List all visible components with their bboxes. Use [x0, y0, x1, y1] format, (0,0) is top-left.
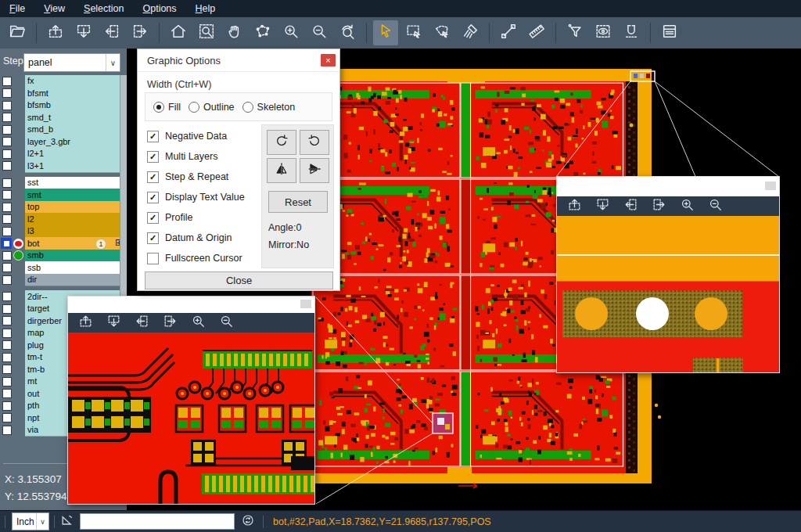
- layer-row[interactable]: l2+1: [0, 148, 127, 160]
- checkbox-row[interactable]: Fullscreen Cursor: [147, 248, 245, 268]
- layer-checkbox[interactable]: [2, 263, 12, 272]
- move-left-button[interactable]: [99, 20, 124, 45]
- layer-name[interactable]: l3+1: [25, 160, 127, 173]
- layer-checkbox[interactable]: [2, 329, 12, 338]
- radio-fill[interactable]: Fill: [153, 102, 181, 113]
- checkbox-checked[interactable]: ✓: [147, 171, 159, 183]
- checkbox-row[interactable]: ✓Multi Layers: [147, 146, 245, 167]
- popup-title-bar[interactable]: [68, 297, 314, 313]
- layer-checkbox[interactable]: [2, 77, 12, 86]
- layer-checkbox[interactable]: [2, 365, 12, 374]
- radio-skeleton[interactable]: Skeleton: [242, 102, 296, 113]
- layer-name[interactable]: l2: [25, 213, 127, 226]
- filter-button[interactable]: [562, 20, 587, 45]
- pan-button[interactable]: [222, 20, 247, 45]
- layer-checkbox[interactable]: [2, 304, 12, 314]
- chevron-down-icon[interactable]: ∨: [36, 513, 48, 530]
- move-right-button[interactable]: [128, 20, 153, 45]
- layer-row[interactable]: l3+1: [0, 160, 127, 173]
- zoom-window-button[interactable]: [194, 20, 219, 45]
- measure-distance-button[interactable]: [496, 20, 521, 45]
- layer-checkbox[interactable]: [2, 178, 12, 188]
- select-cursor-button[interactable]: [373, 20, 398, 45]
- zoom-previous-button[interactable]: [335, 20, 360, 45]
- reset-button[interactable]: Reset: [268, 191, 328, 213]
- unit-select[interactable]: Inch ∨: [12, 512, 49, 530]
- move-up-button[interactable]: [563, 197, 585, 216]
- layer-name[interactable]: l3: [25, 225, 127, 239]
- checkbox-checked[interactable]: ✓: [147, 151, 159, 163]
- zoom-out-button[interactable]: [215, 314, 237, 332]
- layer-checkbox[interactable]: [2, 316, 12, 325]
- layer-checkbox[interactable]: [2, 214, 12, 224]
- checkbox-row[interactable]: ✓Profile: [147, 207, 245, 228]
- move-up-button[interactable]: [74, 314, 96, 332]
- layer-row[interactable]: sst: [0, 177, 127, 189]
- chevron-down-icon[interactable]: ∨: [106, 54, 120, 71]
- layer-row[interactable]: fx: [0, 75, 127, 88]
- measure-ruler-button[interactable]: [524, 20, 549, 45]
- layer-name[interactable]: top: [25, 201, 127, 214]
- layer-name[interactable]: bfsmt: [25, 87, 127, 100]
- layer-row[interactable]: smt: [0, 189, 127, 202]
- layer-checkbox[interactable]: [2, 389, 12, 398]
- move-left-button[interactable]: [620, 197, 641, 216]
- layers-panel-button[interactable]: [657, 20, 682, 45]
- layer-name[interactable]: smd_t: [25, 111, 127, 124]
- layer-checkbox[interactable]: [2, 203, 12, 212]
- layer-row[interactable]: smd_b: [0, 124, 127, 136]
- snap-button[interactable]: [619, 20, 644, 45]
- move-up-button[interactable]: [43, 20, 68, 45]
- layer-checkbox[interactable]: [2, 340, 12, 350]
- select-polygon-button[interactable]: [429, 20, 454, 45]
- popup-window-button[interactable]: [300, 300, 311, 308]
- move-left-button[interactable]: [131, 314, 153, 332]
- rotate-ccw-button[interactable]: [300, 130, 329, 155]
- select-rect-button[interactable]: [401, 20, 426, 45]
- move-right-button[interactable]: [159, 314, 181, 332]
- checkbox-checked[interactable]: ✓: [147, 192, 159, 203]
- move-right-button[interactable]: [648, 197, 670, 216]
- layer-row[interactable]: top: [0, 201, 127, 214]
- layer-checkbox[interactable]: [2, 292, 12, 301]
- zoom-in-button[interactable]: [187, 314, 209, 332]
- layer-row[interactable]: layer_3.gbr: [0, 136, 127, 149]
- zoom-out-button[interactable]: [704, 197, 726, 216]
- layer-checkbox[interactable]: [2, 190, 12, 200]
- checkbox-checked[interactable]: ✓: [147, 232, 159, 244]
- menu-item-file[interactable]: File: [0, 0, 34, 17]
- rotate-cw-button[interactable]: [267, 130, 296, 155]
- layer-row[interactable]: bfsmb: [0, 99, 127, 112]
- layer-row[interactable]: smd_t: [0, 112, 127, 124]
- zoom-in-button[interactable]: [676, 197, 698, 216]
- menu-item-view[interactable]: View: [34, 0, 74, 17]
- layer-name[interactable]: layer_3.gbr: [25, 135, 127, 149]
- layer-checkbox[interactable]: [2, 426, 12, 435]
- checkbox-row[interactable]: ✓Step & Repeat: [147, 167, 245, 187]
- checkbox-row[interactable]: ✓Display Text Value: [147, 187, 245, 207]
- layer-row[interactable]: bot1⊞: [0, 238, 127, 250]
- checkbox-unchecked[interactable]: [147, 253, 159, 264]
- layer-checkbox[interactable]: [2, 275, 12, 285]
- mirror-vertical-button[interactable]: [267, 158, 296, 183]
- layer-row[interactable]: l3: [0, 225, 127, 238]
- layer-checkbox[interactable]: [2, 149, 12, 159]
- layer-checkbox[interactable]: [2, 101, 12, 110]
- layer-checkbox[interactable]: [2, 251, 12, 261]
- layer-name[interactable]: l2+1: [25, 148, 127, 161]
- layer-row[interactable]: ssb: [0, 262, 127, 275]
- layer-row[interactable]: smb: [0, 250, 127, 262]
- magnifier-popup-bottom[interactable]: [67, 296, 315, 505]
- layer-name[interactable]: smt: [25, 189, 127, 202]
- layer-checkbox[interactable]: [2, 413, 12, 422]
- layer-row[interactable]: l2: [0, 214, 127, 226]
- layer-checkbox[interactable]: [2, 161, 12, 171]
- move-down-button[interactable]: [591, 197, 613, 216]
- layer-checkbox[interactable]: [2, 401, 12, 411]
- sync-icon[interactable]: [241, 513, 255, 530]
- radio-outline[interactable]: Outline: [189, 102, 235, 113]
- layer-name[interactable]: sst: [25, 177, 127, 190]
- layer-name[interactable]: fx: [25, 75, 127, 88]
- zoom-in-button[interactable]: [278, 20, 304, 45]
- popup-title-bar[interactable]: [557, 177, 779, 196]
